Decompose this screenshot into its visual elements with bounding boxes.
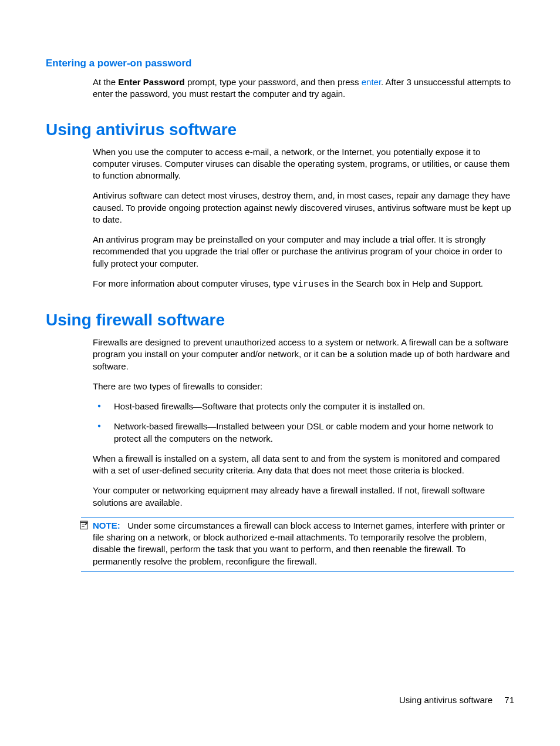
svg-rect-0	[80, 521, 87, 522]
section2-body: When you use the computer to access e-ma…	[93, 146, 514, 291]
text-span: For more information about computer viru…	[93, 278, 292, 288]
text-mono: viruses	[292, 280, 329, 290]
section1-paragraph: At the Enter Password prompt, type your …	[93, 76, 514, 100]
heading-using-firewall: Using firewall software	[46, 311, 514, 330]
paragraph: Firewalls are designed to prevent unauth…	[93, 337, 514, 372]
section1-body: At the Enter Password prompt, type your …	[93, 76, 514, 100]
text-bold: Enter Password	[118, 77, 184, 87]
page-number: 71	[504, 695, 514, 705]
text-span: in the Search box in Help and Support.	[329, 278, 483, 288]
list-item: Host-based firewalls—Software that prote…	[93, 401, 514, 412]
paragraph: When you use the computer to access e-ma…	[93, 146, 514, 182]
paragraph: An antivirus program may be preinstalled…	[93, 234, 514, 270]
text-link: enter	[362, 77, 381, 87]
page-footer: Using antivirus software 71	[399, 695, 514, 705]
footer-title: Using antivirus software	[399, 695, 492, 705]
paragraph: Your computer or networking equipment ma…	[93, 485, 514, 509]
list-item: Network-based firewalls—Installed betwee…	[93, 421, 514, 445]
bullet-list: Host-based firewalls—Software that prote…	[93, 401, 514, 445]
subheading-entering-power-on-password: Entering a power-on password	[46, 58, 514, 69]
text-span: At the	[93, 77, 118, 87]
text-span: prompt, type your password, and then pre…	[185, 77, 362, 87]
document-page: Entering a power-on password At the Ente…	[0, 0, 560, 601]
section3-body: Firewalls are designed to prevent unauth…	[93, 337, 514, 509]
paragraph: Antivirus software can detect most virus…	[93, 190, 514, 226]
paragraph: For more information about computer viru…	[93, 278, 514, 291]
note-label: NOTE:	[93, 520, 120, 530]
note-block: NOTE: Under some circumstances a firewal…	[81, 517, 514, 572]
heading-using-antivirus: Using antivirus software	[46, 120, 514, 139]
note-text: NOTE: Under some circumstances a firewal…	[81, 520, 514, 567]
note-icon	[79, 520, 89, 530]
paragraph: When a firewall is installed on a system…	[93, 453, 514, 477]
paragraph: There are two types of firewalls to cons…	[93, 381, 514, 392]
note-body: Under some circumstances a firewall can …	[93, 520, 505, 566]
